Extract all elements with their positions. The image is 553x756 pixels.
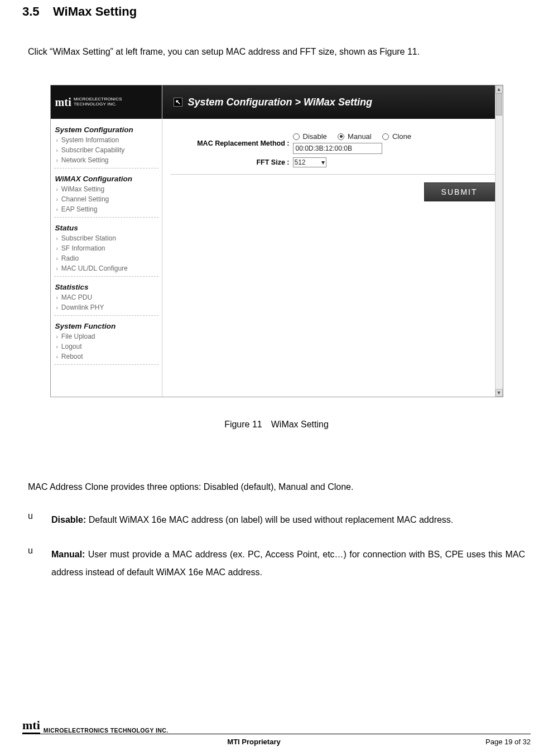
nav-item-mac-pdu[interactable]: ›MAC PDU <box>54 292 158 302</box>
chevron-icon: › <box>56 186 58 192</box>
chevron-icon: › <box>56 137 58 143</box>
nav-item-downlink-phy[interactable]: ›Downlink PHY <box>54 302 158 312</box>
section-number: 3.5 <box>22 4 40 18</box>
body-paragraph: MAC Address Clone provides three options… <box>28 480 525 494</box>
page-footer: mti MICROELECTRONICS TECHNOLOGY INC. MTI… <box>22 718 531 746</box>
nav-item-reboot[interactable]: ›Reboot <box>54 351 158 362</box>
chevron-icon: › <box>56 196 58 203</box>
nav-item-wimax-setting[interactable]: ›WiMax Setting <box>54 184 158 194</box>
chevron-icon: › <box>56 206 58 213</box>
footer-company: MICROELECTRONICS TECHNOLOGY INC. <box>44 727 169 734</box>
nav-item-subscriber-station[interactable]: ›Subscriber Station <box>54 233 158 243</box>
fft-size-label: FFT Size : <box>170 158 293 166</box>
scroll-down-icon[interactable]: ▼ <box>496 389 503 397</box>
app-sidebar: mti MICROELECTRONICS TECHNOLOGY INC. Sys… <box>51 85 162 397</box>
app-logo: mti MICROELECTRONICS TECHNOLOGY INC. <box>51 85 162 119</box>
bullet-manual: u Manual: User must provide a MAC addres… <box>28 546 525 581</box>
mac-address-input[interactable]: 00:0D:3B:12:00:0B <box>293 143 382 154</box>
breadcrumb-bar: ↖ System Configuration > WiMax Setting <box>162 85 503 119</box>
nav-item-eap-setting[interactable]: ›EAP Setting <box>54 204 158 214</box>
radio-manual[interactable] <box>338 133 344 140</box>
bullet-bold: Disable: <box>51 515 86 524</box>
bullet-marker: u <box>28 511 36 529</box>
footer-center: MTI Proprietary <box>227 738 280 746</box>
bullet-text: Default WiMAX 16e MAC address (on label)… <box>86 515 453 524</box>
breadcrumb-text: System Configuration > WiMax Setting <box>188 97 372 108</box>
breadcrumb-icon: ↖ <box>174 98 182 107</box>
scrollbar[interactable]: ▲ ▼ <box>495 85 503 397</box>
footer-page: Page 19 of 32 <box>485 738 531 746</box>
nav-item-mac-uldl-configure[interactable]: ›MAC UL/DL Configure <box>54 263 158 273</box>
radio-clone[interactable] <box>382 133 389 140</box>
chevron-icon: › <box>56 245 58 252</box>
chevron-icon: › <box>56 235 58 242</box>
nav-item-network-setting[interactable]: ›Network Setting <box>54 155 158 165</box>
bullet-bold: Manual: <box>51 550 85 559</box>
nav-group-system-config: System Configuration <box>54 122 158 135</box>
section-title: WiMax Setting <box>53 4 137 18</box>
nav-item-logout[interactable]: ›Logout <box>54 341 158 351</box>
nav-group-wimax-config: WiMAX Configuration <box>54 171 158 184</box>
radio-disable[interactable] <box>293 133 300 140</box>
chevron-icon: › <box>56 344 58 350</box>
bullet-text: User must provide a MAC address (ex. PC,… <box>51 550 525 577</box>
chevron-down-icon: ▾ <box>321 158 325 166</box>
chevron-icon: › <box>56 305 58 311</box>
nav-item-subscriber-capability[interactable]: ›Subscriber Capability <box>54 145 158 155</box>
nav-group-statistics: Statistics <box>54 280 158 292</box>
bullet-disable: u Disable: Default WiMAX 16e MAC address… <box>28 511 525 529</box>
chevron-icon: › <box>56 266 58 272</box>
figure-screenshot: mti MICROELECTRONICS TECHNOLOGY INC. Sys… <box>50 85 503 397</box>
nav-group-status: Status <box>54 220 158 233</box>
scroll-up-icon[interactable]: ▲ <box>496 85 503 93</box>
nav-item-file-upload[interactable]: ›File Upload <box>54 331 158 341</box>
mac-method-label: MAC Replacement Method : <box>170 139 293 147</box>
chevron-icon: › <box>56 157 58 163</box>
chevron-icon: › <box>56 147 58 153</box>
nav-item-system-information[interactable]: ›System Information <box>54 135 158 145</box>
fft-size-select[interactable]: 512 ▾ <box>293 157 326 167</box>
logo-mark-icon: mti <box>55 97 71 108</box>
nav: System Configuration ›System Information… <box>51 119 162 374</box>
bullet-marker: u <box>28 546 36 581</box>
logo-line2: TECHNOLOGY INC. <box>74 102 122 107</box>
chevron-icon: › <box>56 354 58 360</box>
radio-clone-label: Clone <box>392 132 411 141</box>
intro-paragraph: Click “WiMax Setting” at left frame, you… <box>28 47 531 57</box>
footer-logo-icon: mti <box>22 718 40 734</box>
section-heading: 3.5 WiMax Setting <box>22 4 531 19</box>
scroll-thumb[interactable] <box>496 93 502 115</box>
chevron-icon: › <box>56 295 58 301</box>
nav-item-sf-information[interactable]: ›SF Information <box>54 243 158 253</box>
nav-item-radio[interactable]: ›Radio <box>54 253 158 263</box>
nav-item-channel-setting[interactable]: ›Channel Setting <box>54 194 158 204</box>
app-main: ↖ System Configuration > WiMax Setting M… <box>162 85 503 397</box>
figure-caption: Figure 11 WiMax Setting <box>22 420 531 430</box>
radio-disable-label: Disable <box>303 132 327 141</box>
submit-button[interactable]: SUBMIT <box>424 182 495 201</box>
radio-manual-label: Manual <box>348 132 372 141</box>
chevron-icon: › <box>56 334 58 340</box>
fft-size-value: 512 <box>295 158 306 166</box>
chevron-icon: › <box>56 256 58 262</box>
nav-group-system-function: System Function <box>54 319 158 331</box>
